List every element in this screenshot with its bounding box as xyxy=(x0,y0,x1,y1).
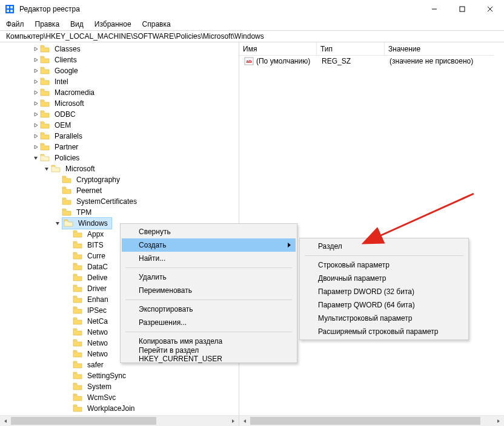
chevron-right-icon[interactable] xyxy=(31,67,40,75)
svg-marker-17 xyxy=(35,134,38,138)
folder-icon xyxy=(73,382,82,391)
menu-item[interactable]: Удалить xyxy=(122,270,296,284)
folder-icon xyxy=(73,404,82,413)
tree-item[interactable]: WorkplaceJoin xyxy=(1,403,239,414)
tree-hscroll[interactable] xyxy=(0,415,239,426)
menu-item[interactable]: Свернуть xyxy=(122,225,296,238)
tree-item[interactable]: System xyxy=(1,381,239,392)
folder-icon xyxy=(40,110,50,119)
menu-item[interactable]: Строковый параметр xyxy=(301,258,467,272)
address-bar[interactable]: Компьютер\HKEY_LOCAL_MACHINE\SOFTWARE\Po… xyxy=(0,30,504,42)
tree-spacer xyxy=(64,361,73,369)
tree-spacer xyxy=(64,328,73,336)
chevron-right-icon[interactable] xyxy=(31,88,40,97)
menu-item[interactable]: Экспортировать xyxy=(122,303,296,316)
tree-item[interactable]: SettingSync xyxy=(1,370,239,381)
menu-item[interactable]: Параметр QWORD (64 бита) xyxy=(301,298,467,312)
tree-item[interactable]: Macromedia xyxy=(1,87,239,98)
svg-marker-26 xyxy=(244,419,246,423)
scroll-track[interactable] xyxy=(11,416,228,426)
svg-marker-15 xyxy=(35,113,38,116)
list-hscroll[interactable] xyxy=(239,415,504,426)
menu-item[interactable]: Мультистроковый параметр xyxy=(301,312,467,325)
tree-item-label: Microsoft xyxy=(64,163,96,174)
tree-item[interactable]: Parallels xyxy=(1,131,239,142)
value-row[interactable]: ab (По умолчанию)REG_SZ(значение не прис… xyxy=(239,56,504,67)
menu-item[interactable]: Двоичный параметр xyxy=(301,272,467,285)
tree-item[interactable]: Microsoft xyxy=(1,98,239,109)
folder-icon xyxy=(62,175,71,184)
menu-item[interactable]: Разрешения... xyxy=(122,316,296,329)
tree-item[interactable]: Cryptography xyxy=(1,174,239,185)
svg-rect-3 xyxy=(7,10,9,12)
tree-item-label: Partner xyxy=(53,142,79,152)
menu-item[interactable]: Создать xyxy=(122,238,296,252)
tree-item[interactable]: SystemCertificates xyxy=(1,196,239,207)
svg-marker-12 xyxy=(35,80,38,84)
tree-item[interactable]: Policies xyxy=(1,152,239,163)
scroll-track[interactable] xyxy=(250,416,493,426)
tree-item[interactable]: TPM xyxy=(1,207,239,218)
column-header[interactable]: Тип xyxy=(317,42,385,56)
tree-item[interactable]: Google xyxy=(1,65,239,76)
tree-item[interactable]: ODBC xyxy=(1,109,239,120)
menu-help[interactable]: Справка xyxy=(141,19,172,30)
menu-item[interactable]: Переименовать xyxy=(122,284,296,297)
menu-file[interactable]: Файл xyxy=(5,19,25,30)
tree-spacer xyxy=(64,306,73,315)
context-menu[interactable]: СвернутьСоздатьНайти...УдалитьПереименов… xyxy=(120,223,297,363)
svg-marker-19 xyxy=(34,157,38,160)
chevron-down-icon[interactable] xyxy=(42,165,51,173)
registry-editor-window: Редактор реестра Файл Правка Вид Избранн… xyxy=(0,0,504,426)
scroll-left-button[interactable] xyxy=(239,416,250,426)
tree-spacer xyxy=(53,197,62,206)
chevron-right-icon[interactable] xyxy=(31,143,40,151)
tree-item-label: SettingSync xyxy=(86,370,127,381)
tree-item[interactable]: WcmSvc xyxy=(1,392,239,403)
chevron-right-icon[interactable] xyxy=(31,132,40,140)
svg-rect-1 xyxy=(7,6,9,8)
folder-icon xyxy=(73,230,82,238)
close-button[interactable] xyxy=(476,0,504,18)
column-header[interactable]: Значение xyxy=(385,42,494,56)
chevron-right-icon[interactable] xyxy=(31,121,40,129)
menu-item[interactable]: Перейти в раздел HKEY_CURRENT_USER xyxy=(122,348,296,361)
menu-edit[interactable]: Правка xyxy=(34,19,61,30)
scroll-right-button[interactable] xyxy=(228,416,239,426)
chevron-right-icon[interactable] xyxy=(31,45,40,53)
tree-item[interactable]: Peernet xyxy=(1,185,239,196)
tree-item[interactable]: Clients xyxy=(1,54,239,65)
value-name: (По умолчанию) xyxy=(256,57,310,65)
scroll-left-button[interactable] xyxy=(0,416,11,426)
folder-icon xyxy=(73,350,82,358)
column-header[interactable]: Имя xyxy=(239,42,317,56)
scroll-thumb[interactable] xyxy=(11,417,156,425)
tree-spacer xyxy=(64,372,73,380)
maximize-button[interactable] xyxy=(448,0,476,18)
chevron-down-icon[interactable] xyxy=(53,219,62,228)
menu-item[interactable]: Найти... xyxy=(122,252,296,265)
menu-view[interactable]: Вид xyxy=(69,19,85,30)
menu-favorites[interactable]: Избранное xyxy=(93,19,133,30)
tree-item-label: DataC xyxy=(86,261,109,272)
minimize-button[interactable] xyxy=(420,0,448,18)
tree-item[interactable]: OEM xyxy=(1,120,239,131)
chevron-right-icon[interactable] xyxy=(31,99,40,108)
column-headers[interactable]: ИмяТипЗначение xyxy=(239,42,504,56)
scroll-right-button[interactable] xyxy=(493,416,504,426)
chevron-right-icon[interactable] xyxy=(31,110,40,119)
tree-item[interactable]: Partner xyxy=(1,142,239,152)
context-submenu-new[interactable]: РазделСтроковый параметрДвоичный парамет… xyxy=(299,238,469,340)
tree-item[interactable]: Intel xyxy=(1,76,239,87)
tree-item[interactable]: Microsoft xyxy=(1,163,239,174)
menu-separator xyxy=(305,255,463,256)
chevron-right-icon[interactable] xyxy=(31,56,40,64)
chevron-right-icon[interactable] xyxy=(31,77,40,86)
menu-item[interactable]: Расширяемый строковый параметр xyxy=(301,325,467,338)
scroll-thumb[interactable] xyxy=(250,417,480,425)
menu-item[interactable]: Параметр DWORD (32 бита) xyxy=(301,285,467,298)
svg-marker-14 xyxy=(35,102,38,105)
chevron-down-icon[interactable] xyxy=(31,154,40,162)
tree-item[interactable]: Classes xyxy=(1,44,239,54)
menu-item[interactable]: Раздел xyxy=(301,240,467,253)
